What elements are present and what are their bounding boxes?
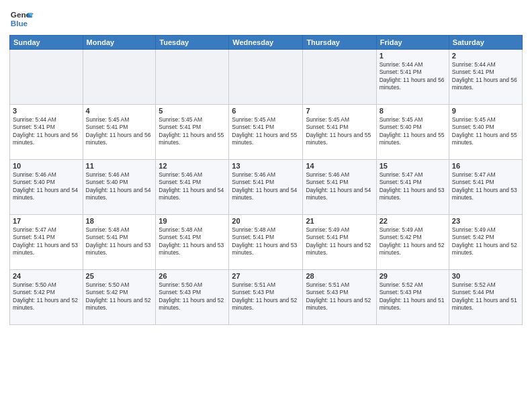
calendar-cell: 12Sunrise: 5:46 AMSunset: 5:41 PMDayligh… — [156, 160, 229, 215]
calendar-cell — [10, 50, 83, 105]
calendar-cell: 11Sunrise: 5:46 AMSunset: 5:40 PMDayligh… — [83, 160, 156, 215]
day-number: 30 — [452, 272, 519, 280]
calendar-container: General Blue SundayMondayTuesdayWednesda… — [0, 0, 532, 330]
day-number: 16 — [452, 162, 519, 170]
calendar-cell: 21Sunrise: 5:49 AMSunset: 5:41 PMDayligh… — [303, 215, 376, 270]
week-row-4: 17Sunrise: 5:47 AMSunset: 5:41 PMDayligh… — [10, 215, 523, 270]
weekday-header-row: SundayMondayTuesdayWednesdayThursdayFrid… — [10, 36, 523, 50]
weekday-tuesday: Tuesday — [156, 36, 229, 50]
day-info: Sunrise: 5:48 AMSunset: 5:41 PMDaylight:… — [232, 226, 300, 257]
day-number: 29 — [380, 272, 446, 280]
day-number: 25 — [86, 272, 153, 280]
day-info: Sunrise: 5:46 AMSunset: 5:41 PMDaylight:… — [306, 171, 373, 202]
day-number: 21 — [306, 217, 373, 225]
logo: General Blue — [9, 7, 34, 31]
calendar-cell — [156, 50, 229, 105]
day-number: 5 — [159, 107, 226, 115]
week-row-1: 1Sunrise: 5:44 AMSunset: 5:41 PMDaylight… — [10, 50, 523, 105]
calendar-cell: 5Sunrise: 5:45 AMSunset: 5:41 PMDaylight… — [156, 105, 229, 160]
day-info: Sunrise: 5:47 AMSunset: 5:41 PMDaylight:… — [380, 171, 446, 202]
day-info: Sunrise: 5:49 AMSunset: 5:42 PMDaylight:… — [380, 226, 446, 257]
weekday-friday: Friday — [376, 36, 449, 50]
calendar-cell: 29Sunrise: 5:52 AMSunset: 5:43 PMDayligh… — [376, 270, 449, 325]
calendar-cell: 28Sunrise: 5:51 AMSunset: 5:43 PMDayligh… — [303, 270, 376, 325]
day-info: Sunrise: 5:48 AMSunset: 5:41 PMDaylight:… — [86, 226, 153, 257]
calendar-cell: 23Sunrise: 5:49 AMSunset: 5:42 PMDayligh… — [449, 215, 522, 270]
day-number: 23 — [452, 217, 519, 225]
day-number: 6 — [232, 107, 300, 115]
day-number: 3 — [13, 107, 80, 115]
day-number: 8 — [380, 107, 446, 115]
calendar-cell: 22Sunrise: 5:49 AMSunset: 5:42 PMDayligh… — [376, 215, 449, 270]
day-number: 11 — [86, 162, 153, 170]
calendar-cell: 26Sunrise: 5:50 AMSunset: 5:43 PMDayligh… — [156, 270, 229, 325]
day-number: 12 — [159, 162, 226, 170]
calendar-cell — [83, 50, 156, 105]
calendar-cell: 19Sunrise: 5:48 AMSunset: 5:41 PMDayligh… — [156, 215, 229, 270]
day-info: Sunrise: 5:50 AMSunset: 5:42 PMDaylight:… — [86, 281, 153, 312]
day-info: Sunrise: 5:45 AMSunset: 5:40 PMDaylight:… — [452, 116, 519, 147]
week-row-3: 10Sunrise: 5:46 AMSunset: 5:40 PMDayligh… — [10, 160, 523, 215]
day-info: Sunrise: 5:50 AMSunset: 5:42 PMDaylight:… — [13, 281, 80, 312]
day-number: 17 — [13, 217, 80, 225]
day-info: Sunrise: 5:51 AMSunset: 5:43 PMDaylight:… — [232, 281, 300, 312]
calendar-cell: 15Sunrise: 5:47 AMSunset: 5:41 PMDayligh… — [376, 160, 449, 215]
day-info: Sunrise: 5:44 AMSunset: 5:41 PMDaylight:… — [13, 116, 80, 147]
day-info: Sunrise: 5:46 AMSunset: 5:41 PMDaylight:… — [232, 171, 300, 202]
day-number: 9 — [452, 107, 519, 115]
day-number: 19 — [159, 217, 226, 225]
day-info: Sunrise: 5:49 AMSunset: 5:42 PMDaylight:… — [452, 226, 519, 257]
day-info: Sunrise: 5:45 AMSunset: 5:41 PMDaylight:… — [86, 116, 153, 147]
calendar-cell: 1Sunrise: 5:44 AMSunset: 5:41 PMDaylight… — [376, 50, 449, 105]
calendar-cell: 16Sunrise: 5:47 AMSunset: 5:41 PMDayligh… — [449, 160, 522, 215]
header: General Blue — [9, 7, 523, 31]
day-number: 14 — [306, 162, 373, 170]
day-info: Sunrise: 5:52 AMSunset: 5:44 PMDaylight:… — [452, 281, 519, 312]
day-info: Sunrise: 5:45 AMSunset: 5:41 PMDaylight:… — [232, 116, 300, 147]
day-info: Sunrise: 5:51 AMSunset: 5:43 PMDaylight:… — [306, 281, 373, 312]
day-info: Sunrise: 5:44 AMSunset: 5:41 PMDaylight:… — [452, 61, 519, 92]
day-info: Sunrise: 5:45 AMSunset: 5:41 PMDaylight:… — [159, 116, 226, 147]
calendar-cell: 13Sunrise: 5:46 AMSunset: 5:41 PMDayligh… — [229, 160, 303, 215]
calendar-cell: 30Sunrise: 5:52 AMSunset: 5:44 PMDayligh… — [449, 270, 522, 325]
day-number: 15 — [380, 162, 446, 170]
calendar-cell: 6Sunrise: 5:45 AMSunset: 5:41 PMDaylight… — [229, 105, 303, 160]
weekday-monday: Monday — [83, 36, 156, 50]
calendar-cell: 3Sunrise: 5:44 AMSunset: 5:41 PMDaylight… — [10, 105, 83, 160]
calendar-table: SundayMondayTuesdayWednesdayThursdayFrid… — [9, 35, 523, 325]
calendar-cell — [303, 50, 376, 105]
day-number: 28 — [306, 272, 373, 280]
calendar-cell: 18Sunrise: 5:48 AMSunset: 5:41 PMDayligh… — [83, 215, 156, 270]
day-info: Sunrise: 5:44 AMSunset: 5:41 PMDaylight:… — [380, 61, 446, 92]
day-number: 1 — [380, 52, 446, 60]
day-info: Sunrise: 5:46 AMSunset: 5:41 PMDaylight:… — [159, 171, 226, 202]
day-info: Sunrise: 5:45 AMSunset: 5:40 PMDaylight:… — [380, 116, 446, 147]
calendar-cell — [229, 50, 303, 105]
day-info: Sunrise: 5:50 AMSunset: 5:43 PMDaylight:… — [159, 281, 226, 312]
calendar-cell: 8Sunrise: 5:45 AMSunset: 5:40 PMDaylight… — [376, 105, 449, 160]
calendar-cell: 14Sunrise: 5:46 AMSunset: 5:41 PMDayligh… — [303, 160, 376, 215]
day-number: 22 — [380, 217, 446, 225]
day-info: Sunrise: 5:48 AMSunset: 5:41 PMDaylight:… — [159, 226, 226, 257]
day-info: Sunrise: 5:52 AMSunset: 5:43 PMDaylight:… — [380, 281, 446, 312]
svg-text:Blue: Blue — [11, 19, 28, 28]
calendar-cell: 4Sunrise: 5:45 AMSunset: 5:41 PMDaylight… — [83, 105, 156, 160]
calendar-cell: 25Sunrise: 5:50 AMSunset: 5:42 PMDayligh… — [83, 270, 156, 325]
day-number: 24 — [13, 272, 80, 280]
day-number: 7 — [306, 107, 373, 115]
day-number: 18 — [86, 217, 153, 225]
day-number: 2 — [452, 52, 519, 60]
day-info: Sunrise: 5:45 AMSunset: 5:41 PMDaylight:… — [306, 116, 373, 147]
calendar-cell: 7Sunrise: 5:45 AMSunset: 5:41 PMDaylight… — [303, 105, 376, 160]
calendar-cell: 24Sunrise: 5:50 AMSunset: 5:42 PMDayligh… — [10, 270, 83, 325]
day-number: 10 — [13, 162, 80, 170]
calendar-cell: 17Sunrise: 5:47 AMSunset: 5:41 PMDayligh… — [10, 215, 83, 270]
week-row-5: 24Sunrise: 5:50 AMSunset: 5:42 PMDayligh… — [10, 270, 523, 325]
day-number: 13 — [232, 162, 300, 170]
calendar-cell: 27Sunrise: 5:51 AMSunset: 5:43 PMDayligh… — [229, 270, 303, 325]
calendar-cell: 9Sunrise: 5:45 AMSunset: 5:40 PMDaylight… — [449, 105, 522, 160]
weekday-wednesday: Wednesday — [229, 36, 303, 50]
weekday-sunday: Sunday — [10, 36, 83, 50]
day-info: Sunrise: 5:46 AMSunset: 5:40 PMDaylight:… — [13, 171, 80, 202]
day-number: 27 — [232, 272, 300, 280]
